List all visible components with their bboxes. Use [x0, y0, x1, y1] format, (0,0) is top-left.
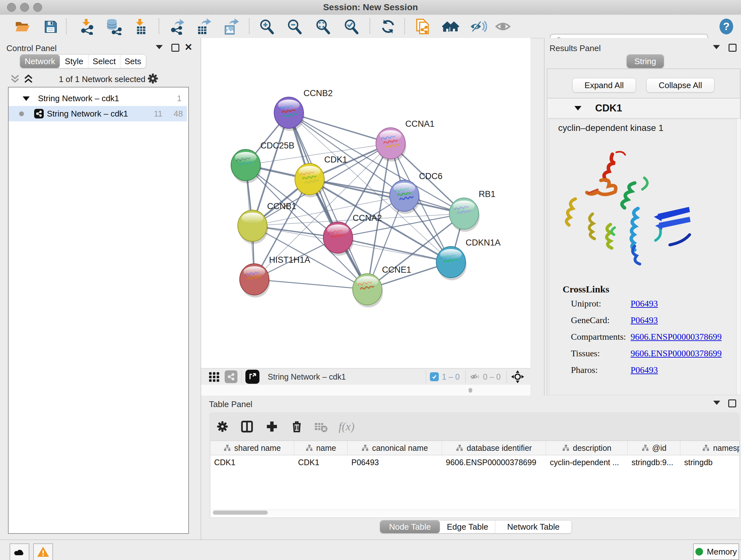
- column-header-canonicalname[interactable]: canonical name: [347, 441, 442, 455]
- string-home-button[interactable]: [442, 18, 460, 35]
- network-node-CDC25B[interactable]: CDC25B: [231, 141, 294, 183]
- tree-expand-icon[interactable]: [23, 97, 30, 101]
- duplicate-network-button[interactable]: [414, 18, 431, 35]
- delete-column-trash-icon[interactable]: [290, 420, 304, 433]
- column-header-namespace[interactable]: namespace: [680, 441, 740, 455]
- memory-button[interactable]: Memory: [693, 543, 739, 560]
- string-network-graph[interactable]: CCNB2CCNA1CDC25BCDK1CDC6RB1CCNB1CCNA2CDK…: [201, 38, 530, 368]
- collapse-all-button[interactable]: Collapse All: [646, 78, 715, 92]
- maximize-panel-icon[interactable]: [172, 44, 179, 52]
- fit-content-crosshair-icon[interactable]: [511, 370, 525, 384]
- network-collection-row[interactable]: String Network – cdk1 1: [9, 91, 187, 106]
- import-network-database-button[interactable]: [104, 18, 122, 35]
- tab-node-table[interactable]: Node Table: [380, 520, 440, 533]
- maximize-panel-icon[interactable]: [728, 399, 736, 408]
- table-toolbar: f(x): [209, 412, 740, 441]
- network-edge[interactable]: [289, 113, 464, 213]
- selected-indicator-checkbox[interactable]: [430, 372, 439, 381]
- import-network-file-button[interactable]: [77, 18, 95, 35]
- tab-sets[interactable]: Sets: [120, 55, 145, 68]
- apply-layout-button[interactable]: [379, 18, 397, 35]
- grid-view-icon[interactable]: [208, 371, 220, 383]
- table-cell[interactable]: CDK1: [210, 455, 294, 469]
- export-table-button[interactable]: [195, 18, 212, 35]
- network-node-RB1[interactable]: RB1: [449, 189, 495, 232]
- open-session-button[interactable]: [13, 18, 31, 35]
- column-header-sharedname[interactable]: shared name: [210, 441, 294, 455]
- maximize-panel-icon[interactable]: [729, 44, 737, 52]
- network-row-selected[interactable]: String Network – cdk1 11 48: [9, 106, 187, 121]
- help-button[interactable]: ?: [718, 18, 735, 35]
- zoom-in-button[interactable]: [258, 18, 276, 35]
- column-header-label: database identifier: [467, 443, 532, 453]
- gear-icon[interactable]: [147, 72, 159, 84]
- tab-network[interactable]: Network: [20, 55, 60, 68]
- expand-all-chevron-icon[interactable]: [23, 74, 34, 84]
- expand-all-button[interactable]: Expand All: [572, 78, 636, 92]
- zoom-out-icon: [286, 18, 303, 35]
- collapse-all-chevron-icon[interactable]: [10, 74, 20, 84]
- table-cell[interactable]: P06493: [347, 455, 442, 469]
- section-collapse-icon[interactable]: [575, 106, 582, 111]
- export-image-icon: [223, 18, 240, 35]
- close-panel-icon[interactable]: ✕: [185, 44, 192, 51]
- splitter-grip[interactable]: [468, 388, 472, 393]
- column-header-name[interactable]: name: [294, 441, 347, 455]
- hide-selected-button[interactable]: [469, 18, 487, 35]
- network-node-CCNB1[interactable]: CCNB1: [238, 201, 296, 244]
- detach-view-button[interactable]: [246, 370, 259, 384]
- tab-select[interactable]: Select: [88, 55, 120, 68]
- network-node-CDK1[interactable]: CDK1: [295, 155, 347, 197]
- results-scrollbar[interactable]: [736, 119, 740, 395]
- network-node-CCNA1[interactable]: CCNA1: [376, 119, 434, 162]
- crosslink-link[interactable]: 9606.ENSP00000378699: [630, 348, 722, 359]
- add-column-plus-icon[interactable]: [265, 420, 279, 433]
- tab-network-table[interactable]: Network Table: [495, 520, 571, 533]
- column-header-id[interactable]: @id: [628, 441, 680, 455]
- scrollbar-thumb[interactable]: [213, 510, 268, 515]
- zoom-out-button[interactable]: [286, 18, 304, 35]
- horizontal-splitter[interactable]: [201, 385, 530, 396]
- network-node-CCNE1[interactable]: CCNE1: [353, 265, 411, 307]
- float-panel-icon[interactable]: [713, 401, 720, 405]
- gene-section-header[interactable]: CDK1: [547, 98, 740, 118]
- columns-icon[interactable]: [240, 420, 254, 433]
- tab-string[interactable]: String: [627, 55, 664, 68]
- network-node-CCNB2[interactable]: CCNB2: [274, 88, 333, 131]
- network-node-CDKN1A[interactable]: CDKN1A: [436, 238, 501, 280]
- table-horizontal-scrollbar[interactable]: [212, 509, 738, 516]
- network-edge[interactable]: [254, 279, 367, 289]
- column-header-description[interactable]: description: [546, 441, 628, 455]
- zoom-selected-button[interactable]: [342, 18, 360, 35]
- gear-icon[interactable]: [216, 420, 229, 433]
- table-cell[interactable]: 9606.ENSP00000378699: [442, 455, 546, 469]
- table-cell[interactable]: cyclin-dependent ...: [546, 455, 627, 469]
- table-cell[interactable]: CDK1: [294, 455, 347, 469]
- save-session-button[interactable]: [42, 18, 59, 35]
- float-panel-icon[interactable]: [713, 45, 720, 49]
- cloud-services-button[interactable]: [10, 543, 29, 560]
- crosslink-link[interactable]: P06493: [630, 315, 658, 325]
- tab-edge-table[interactable]: Edge Table: [440, 520, 495, 533]
- import-table-button[interactable]: [131, 18, 149, 35]
- network-edge[interactable]: [338, 238, 451, 262]
- show-all-button[interactable]: [494, 18, 512, 35]
- export-image-button[interactable]: [222, 18, 240, 35]
- float-panel-icon[interactable]: [156, 45, 163, 49]
- network-view-mode-icon[interactable]: [225, 370, 238, 383]
- crosslink-link[interactable]: P06493: [630, 299, 658, 309]
- node-table[interactable]: shared namenamecanonical namedatabase id…: [210, 441, 740, 518]
- export-network-button[interactable]: [169, 18, 186, 35]
- network-edge[interactable]: [310, 179, 464, 213]
- protein-structure-image: [562, 148, 699, 279]
- crosslink-link[interactable]: 9606.ENSP00000378699: [630, 332, 722, 342]
- tab-style[interactable]: Style: [60, 55, 88, 68]
- crosslink-link[interactable]: P06493: [630, 365, 658, 375]
- network-view-canvas[interactable]: CCNB2CCNA1CDC25BCDK1CDC6RB1CCNB1CCNA2CDK…: [201, 38, 530, 368]
- column-header-databaseidentifier[interactable]: database identifier: [442, 441, 546, 455]
- table-cell[interactable]: stringdb:9...: [628, 455, 680, 469]
- table-cell[interactable]: stringdb: [680, 455, 740, 469]
- network-node-HIST1H1A[interactable]: HIST1H1A: [240, 255, 310, 298]
- warnings-button[interactable]: [33, 543, 53, 560]
- zoom-fit-button[interactable]: [314, 18, 332, 35]
